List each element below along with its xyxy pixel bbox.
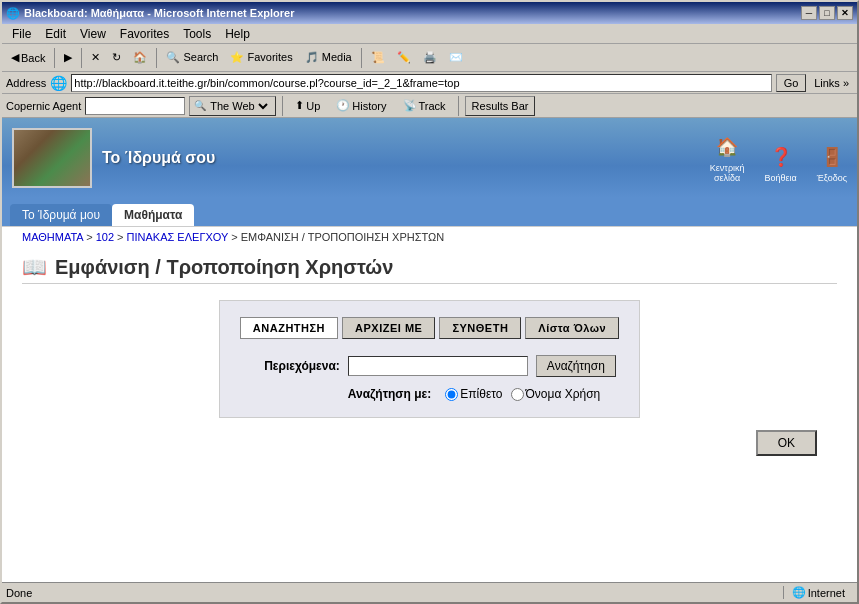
sep-copernic-1 — [282, 96, 283, 116]
up-icon: ⬆ — [295, 99, 304, 112]
toolbar-sep-1 — [54, 48, 55, 68]
track-button[interactable]: 📡 Track — [397, 95, 452, 117]
stop-button[interactable]: ✕ — [86, 47, 105, 69]
search-button[interactable]: 🔍 Search — [161, 47, 223, 69]
edit-button[interactable]: ✏️ — [392, 47, 416, 69]
go-button[interactable]: Go — [776, 74, 806, 92]
search-form-tabs: ΑΝΑΖΗΤΗΣΗ ΑΡΧΙΖΕΙ ΜΕ ΣΥΝΘΕΤΗ Λίστα Όλων — [240, 317, 619, 339]
track-icon: 📡 — [403, 99, 417, 112]
window-title: Blackboard: Μαθήματα - Microsoft Interne… — [24, 7, 294, 19]
menu-file[interactable]: File — [6, 25, 37, 43]
zone-icon: 🌐 — [792, 586, 806, 599]
refresh-button[interactable]: ↻ — [107, 47, 126, 69]
radio-last-name-label: Επίθετο — [445, 387, 502, 401]
tab-list-all[interactable]: Λίστα Όλων — [525, 317, 619, 339]
back-button[interactable]: ◀ Back — [6, 47, 50, 69]
site-logo — [12, 128, 92, 188]
zone-label: Internet — [808, 587, 845, 599]
mail-button[interactable]: ✉️ — [444, 47, 468, 69]
nav-tabs: Το Ίδρυμά μου Μαθήματα — [2, 198, 857, 226]
media-button[interactable]: 🎵 Media — [300, 47, 357, 69]
up-button[interactable]: ⬆ Up — [289, 95, 326, 117]
menu-view[interactable]: View — [74, 25, 112, 43]
content-field-row: Περιεχόμενα: Αναζήτηση — [240, 355, 619, 377]
search-form: ΑΝΑΖΗΤΗΣΗ ΑΡΧΙΖΕΙ ΜΕ ΣΥΝΘΕΤΗ Λίστα Όλων … — [219, 300, 640, 418]
header-home-icon[interactable]: 🏠 Κεντρικήσελίδα — [710, 133, 745, 183]
toolbar-sep-4 — [361, 48, 362, 68]
track-label: Track — [419, 100, 446, 112]
history-icon: 🕐 — [336, 99, 350, 112]
radio-username-label: Όνομα Χρήση — [511, 387, 601, 401]
history-button[interactable]: 🕐 History — [330, 95, 392, 117]
history-label: History — [352, 100, 386, 112]
tab-courses[interactable]: Μαθήματα — [112, 204, 194, 226]
toolbar-sep-2 — [81, 48, 82, 68]
maximize-button[interactable]: □ — [819, 6, 835, 20]
breadcrumb-link-1[interactable]: ΜΑΘΗΜΑΤΑ — [22, 231, 83, 243]
address-label: Address — [6, 77, 46, 89]
back-label: Back — [21, 52, 45, 64]
home-icon: 🏠 — [713, 133, 741, 161]
results-bar-button[interactable]: Results Bar — [465, 96, 536, 116]
menu-help[interactable]: Help — [219, 25, 256, 43]
page-title-icon: 📖 — [22, 255, 47, 279]
menu-tools[interactable]: Tools — [177, 25, 217, 43]
title-bar-buttons: ─ □ ✕ — [801, 6, 853, 20]
address-input[interactable] — [71, 74, 772, 92]
copernic-label: Copernic Agent — [6, 100, 81, 112]
content-input[interactable] — [348, 356, 528, 376]
ok-area: OK — [22, 418, 837, 468]
history-icon-button[interactable]: 📜 — [366, 47, 390, 69]
sep-copernic-2 — [458, 96, 459, 116]
search-by-label: Αναζήτηση με: — [348, 387, 431, 401]
ok-button[interactable]: OK — [756, 430, 817, 456]
radio-last-name[interactable] — [445, 388, 458, 401]
toolbar: ◀ Back ▶ ✕ ↻ 🏠 🔍 Search ⭐ Favorites 🎵 Me… — [2, 44, 857, 72]
radio-row: Αναζήτηση με: Επίθετο Όνομα Χρήση — [348, 387, 619, 401]
page-title: Εμφάνιση / Τροποποίηση Χρηστών — [55, 256, 393, 279]
page-content: 📖 Εμφάνιση / Τροποποίηση Χρηστών ΑΝΑΖΗΤΗ… — [2, 247, 857, 582]
status-text: Done — [6, 587, 781, 599]
help-icon: ❓ — [767, 143, 795, 171]
menu-favorites[interactable]: Favorites — [114, 25, 175, 43]
close-button[interactable]: ✕ — [837, 6, 853, 20]
content-label: Περιεχόμενα: — [240, 359, 340, 373]
breadcrumb: ΜΑΘΗΜΑΤΑ > 102 > ΠΙΝΑΚΑΣ ΕΛΕΓΧΟΥ > ΕΜΦΑΝ… — [2, 227, 857, 247]
breadcrumb-link-2[interactable]: 102 — [96, 231, 114, 243]
title-bar-left: 🌐 Blackboard: Μαθήματα - Microsoft Inter… — [6, 7, 294, 20]
radio-username[interactable] — [511, 388, 524, 401]
site-title: Το Ίδρυμά σου — [102, 149, 700, 167]
copernic-bar: Copernic Agent 🔍 The Web ⬆ Up 🕐 History … — [2, 94, 857, 118]
minimize-button[interactable]: ─ — [801, 6, 817, 20]
header-logout-icon[interactable]: 🚪 Έξοδος — [817, 143, 847, 183]
tab-starts-with[interactable]: ΑΡΧΙΖΕΙ ΜΕ — [342, 317, 435, 339]
header-icons: 🏠 Κεντρικήσελίδα ❓ Βοήθεια 🚪 Έξοδος — [710, 133, 847, 183]
tab-advanced[interactable]: ΣΥΝΘΕΤΗ — [439, 317, 521, 339]
forward-button[interactable]: ▶ — [59, 47, 77, 69]
search-submit-button[interactable]: Αναζήτηση — [536, 355, 616, 377]
logo-image — [14, 130, 90, 186]
up-label: Up — [306, 100, 320, 112]
page-title-row: 📖 Εμφάνιση / Τροποποίηση Χρηστών — [22, 255, 837, 284]
breadcrumb-link-3[interactable]: ΠΙΝΑΚΑΣ ΕΛΕΓΧΟΥ — [127, 231, 229, 243]
home-button[interactable]: 🏠 — [128, 47, 152, 69]
status-bar: Done 🌐 Internet — [2, 582, 857, 602]
favorites-button[interactable]: ⭐ Favorites — [225, 47, 297, 69]
back-arrow-icon: ◀ — [11, 51, 19, 64]
links-label[interactable]: Links » — [810, 77, 853, 89]
address-bar: Address 🌐 Go Links » — [2, 72, 857, 94]
address-icon: 🌐 — [50, 75, 67, 91]
copernic-search-input[interactable] — [85, 97, 185, 115]
header-help-icon[interactable]: ❓ Βοήθεια — [765, 143, 797, 183]
logout-icon: 🚪 — [818, 143, 846, 171]
site-header: Το Ίδρυμά σου 🏠 Κεντρικήσελίδα ❓ Βοήθεια… — [2, 118, 857, 198]
title-bar: 🌐 Blackboard: Μαθήματα - Microsoft Inter… — [2, 2, 857, 24]
toolbar-sep-3 — [156, 48, 157, 68]
tab-institution[interactable]: Το Ίδρυμά μου — [10, 204, 112, 226]
status-zone: 🌐 Internet — [783, 586, 853, 599]
window-icon: 🌐 — [6, 7, 20, 20]
tab-search[interactable]: ΑΝΑΖΗΤΗΣΗ — [240, 317, 338, 339]
print-button[interactable]: 🖨️ — [418, 47, 442, 69]
menu-edit[interactable]: Edit — [39, 25, 72, 43]
search-scope-select[interactable]: The Web — [206, 99, 271, 113]
